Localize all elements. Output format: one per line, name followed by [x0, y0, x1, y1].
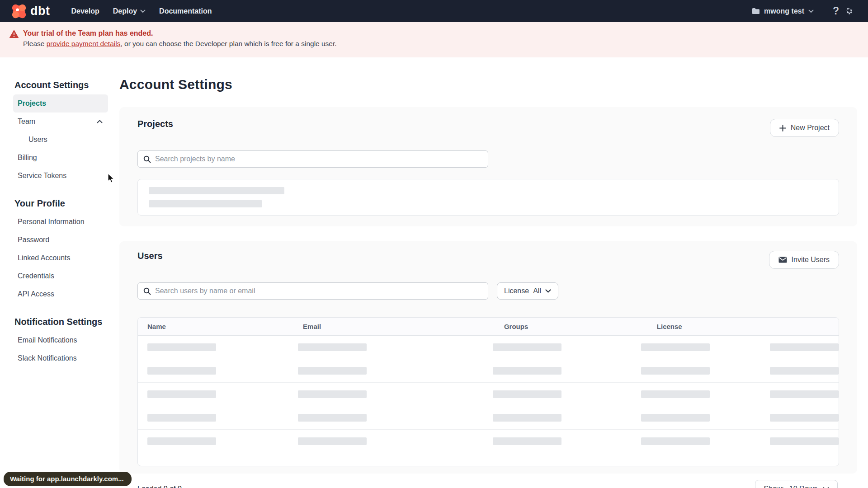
sidebar-item-slack-notifications[interactable]: Slack Notifications: [13, 349, 108, 367]
skeleton-bar: [493, 343, 561, 351]
gear-icon: [844, 6, 854, 16]
help-button[interactable]: ?: [829, 5, 843, 18]
table-row: [138, 406, 839, 430]
sidebar-item-team[interactable]: Team: [13, 113, 108, 131]
skeleton-bar: [641, 437, 710, 445]
skeleton-bar: [770, 437, 839, 445]
trial-ended-banner: Your trial of the Team plan has ended. P…: [0, 22, 868, 57]
column-header-email: Email: [293, 323, 495, 330]
chevron-down-icon: [140, 9, 146, 13]
users-heading: Users: [137, 251, 163, 261]
column-header-name: Name: [138, 323, 293, 330]
account-switcher[interactable]: mwong test: [752, 7, 814, 15]
users-search: [137, 282, 488, 300]
skeleton-bar: [770, 343, 839, 351]
skeleton-bar: [149, 200, 262, 207]
table-end-space: [138, 453, 839, 466]
envelope-icon: [778, 257, 787, 263]
skeleton-bar: [298, 437, 367, 445]
users-list-footer: Loaded 0 of 0 Show: 10 Rows: [119, 480, 857, 488]
sidebar-item-billing[interactable]: Billing: [13, 149, 108, 167]
projects-header: Projects New Project: [137, 119, 839, 137]
sidebar-item-projects[interactable]: Projects: [13, 94, 108, 113]
table-row: [138, 359, 839, 383]
skeleton-bar: [298, 414, 367, 422]
users-table-header: Name Email Groups License: [138, 318, 839, 336]
projects-search-input[interactable]: [155, 155, 482, 163]
skeleton-bar: [493, 437, 561, 445]
new-project-button[interactable]: New Project: [770, 119, 839, 137]
skeleton-bar: [298, 367, 367, 375]
skeleton-bar: [298, 343, 367, 351]
projects-search: [137, 150, 488, 168]
menu-develop[interactable]: Develop: [64, 0, 106, 22]
chevron-down-icon: [545, 289, 551, 293]
skeleton-bar: [493, 390, 561, 398]
settings-button[interactable]: [843, 5, 856, 18]
skeleton-bar: [147, 390, 216, 398]
sidebar-item-users[interactable]: Users: [13, 131, 108, 149]
sidebar-heading-account-settings: Account Settings: [14, 80, 108, 90]
projects-heading: Projects: [137, 119, 173, 129]
sidebar-item-password[interactable]: Password: [13, 231, 108, 249]
chevron-up-icon: [97, 120, 103, 123]
projects-section: Projects New Project: [119, 107, 857, 226]
account-name: mwong test: [764, 7, 804, 15]
main-content: Account Settings Projects New Project: [119, 57, 868, 488]
table-row: [138, 336, 839, 359]
users-header: Users Invite Users: [137, 251, 839, 269]
invite-users-button[interactable]: Invite Users: [769, 251, 839, 269]
skeleton-bar: [770, 414, 839, 422]
skeleton-bar: [149, 187, 284, 194]
table-row: [138, 430, 839, 453]
menu-deploy[interactable]: Deploy: [106, 0, 152, 22]
users-table-body: [138, 336, 839, 453]
skeleton-bar: [147, 367, 216, 375]
banner-body: Please provide payment details, or you c…: [23, 38, 337, 49]
users-search-input[interactable]: [155, 287, 482, 295]
skeleton-bar: [770, 390, 839, 398]
rows-per-page-dropdown[interactable]: Show: 10 Rows: [755, 480, 838, 488]
sidebar-item-personal-information[interactable]: Personal Information: [13, 213, 108, 231]
page-title: Account Settings: [119, 77, 857, 92]
search-icon: [143, 287, 151, 295]
main-menu: Develop Deploy Documentation: [64, 0, 218, 22]
skeleton-bar: [298, 390, 367, 398]
users-table: Name Email Groups License: [137, 317, 839, 466]
search-icon: [143, 155, 151, 163]
top-navigation-bar: dbt Develop Deploy Documentation mwong t…: [0, 0, 868, 22]
sidebar-item-email-notifications[interactable]: Email Notifications: [13, 331, 108, 349]
skeleton-bar: [493, 414, 561, 422]
skeleton-bar: [641, 390, 710, 398]
skeleton-bar: [641, 367, 710, 375]
column-header-groups: Groups: [495, 323, 647, 330]
sidebar-item-api-access[interactable]: API Access: [13, 285, 108, 303]
dbt-logo-icon: [12, 4, 26, 19]
users-section: Users Invite Users: [119, 241, 857, 474]
dbt-logo[interactable]: dbt: [12, 4, 50, 19]
skeleton-bar: [770, 367, 839, 375]
sidebar-item-service-tokens[interactable]: Service Tokens: [13, 167, 108, 185]
chevron-down-icon: [808, 9, 814, 13]
warning-icon: [9, 29, 19, 38]
skeleton-bar: [147, 414, 216, 422]
dbt-logo-text: dbt: [30, 5, 50, 17]
plus-icon: [779, 125, 786, 131]
provide-payment-details-link[interactable]: provide payment details: [47, 40, 121, 47]
skeleton-bar: [641, 414, 710, 422]
column-header-license: License: [647, 323, 781, 330]
sidebar-heading-notification-settings: Notification Settings: [14, 317, 108, 327]
license-filter-dropdown[interactable]: License All: [497, 282, 558, 300]
help-icon: ?: [833, 5, 839, 17]
loaded-count-text: Loaded 0 of 0: [137, 485, 182, 488]
table-row: [138, 383, 839, 406]
skeleton-bar: [641, 343, 710, 351]
skeleton-bar: [147, 343, 216, 351]
sidebar-item-linked-accounts[interactable]: Linked Accounts: [13, 249, 108, 267]
users-filter-row: License All: [137, 269, 839, 300]
menu-documentation[interactable]: Documentation: [152, 0, 218, 22]
sidebar-item-credentials[interactable]: Credentials: [13, 267, 108, 285]
skeleton-bar: [147, 437, 216, 445]
folder-icon: [752, 8, 760, 14]
skeleton-bar: [493, 367, 561, 375]
